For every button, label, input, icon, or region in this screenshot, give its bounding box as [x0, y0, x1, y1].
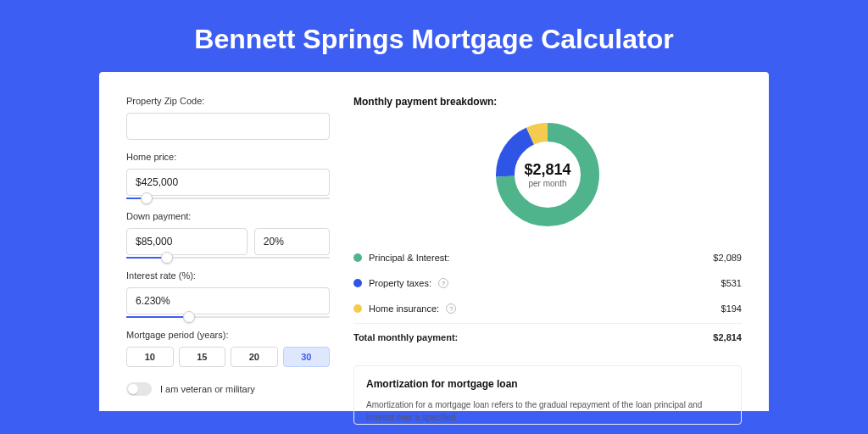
line-items: Principal & Interest: $2,089 Property ta… [353, 245, 742, 350]
veteran-toggle[interactable] [126, 382, 152, 396]
breakdown-panel: Monthly payment breakdown: $2,814 per mo… [353, 96, 742, 411]
period-btn-20[interactable]: 20 [231, 347, 278, 367]
zip-label: Property Zip Code: [126, 96, 330, 106]
zip-field-group: Property Zip Code: [126, 96, 330, 140]
down-payment-pct-input[interactable] [254, 228, 330, 255]
home-price-input[interactable] [126, 169, 330, 196]
dot-principal [353, 253, 362, 262]
line-item-principal: Principal & Interest: $2,089 [353, 245, 742, 270]
zip-input[interactable] [126, 113, 330, 140]
calculator-card: Property Zip Code: Home price: Down paym… [99, 72, 769, 411]
info-icon[interactable]: ? [438, 278, 448, 288]
dot-insurance [353, 304, 362, 313]
value-taxes: $531 [721, 278, 742, 288]
amortization-box: Amortization for mortgage loan Amortizat… [353, 365, 742, 425]
label-taxes: Property taxes: [369, 278, 431, 288]
interest-slider-fill [126, 316, 189, 318]
down-payment-label: Down payment: [126, 211, 330, 221]
dot-taxes [353, 279, 362, 287]
value-principal: $2,089 [713, 253, 742, 263]
down-payment-slider-thumb[interactable] [161, 252, 173, 264]
interest-slider-thumb[interactable] [183, 311, 195, 323]
period-buttons: 10 15 20 30 [126, 347, 330, 367]
home-price-label: Home price: [126, 152, 330, 162]
home-price-slider-thumb[interactable] [141, 192, 153, 204]
value-total: $2,814 [713, 332, 742, 342]
down-payment-amount-input[interactable] [126, 228, 248, 255]
home-price-slider[interactable] [126, 198, 330, 199]
value-insurance: $194 [721, 303, 742, 314]
interest-slider[interactable] [126, 316, 330, 318]
donut-center: $2,814 per month [492, 120, 603, 230]
period-btn-10[interactable]: 10 [126, 347, 174, 367]
info-icon[interactable]: ? [446, 303, 456, 314]
amort-heading: Amortization for mortgage loan [366, 378, 729, 390]
interest-input[interactable] [126, 287, 330, 314]
veteran-toggle-label: I am veteran or military [160, 384, 255, 394]
home-price-field-group: Home price: [126, 152, 330, 199]
down-payment-slider[interactable] [126, 257, 330, 259]
period-label: Mortgage period (years): [126, 330, 330, 340]
donut-chart: $2,814 per month [492, 120, 603, 230]
donut-sub: per month [528, 179, 566, 188]
inputs-panel: Property Zip Code: Home price: Down paym… [126, 96, 330, 411]
interest-label: Interest rate (%): [126, 270, 330, 281]
label-principal: Principal & Interest: [369, 253, 449, 263]
amort-body: Amortization for a mortgage loan refers … [366, 398, 729, 424]
interest-field-group: Interest rate (%): [126, 270, 330, 318]
down-payment-field-group: Down payment: [126, 211, 330, 259]
veteran-toggle-knob [128, 384, 138, 394]
breakdown-heading: Monthly payment breakdown: [353, 96, 742, 108]
donut-amount: $2,814 [524, 161, 570, 179]
page-title: Bennett Springs Mortgage Calculator [0, 0, 868, 72]
line-item-total: Total monthly payment: $2,814 [353, 323, 742, 350]
label-insurance: Home insurance: [369, 303, 439, 314]
line-item-taxes: Property taxes: ? $531 [353, 270, 742, 296]
veteran-toggle-row: I am veteran or military [126, 382, 330, 396]
donut-chart-wrap: $2,814 per month [353, 120, 742, 230]
line-item-insurance: Home insurance: ? $194 [353, 296, 742, 321]
period-btn-15[interactable]: 15 [179, 347, 226, 367]
period-field-group: Mortgage period (years): 10 15 20 30 [126, 330, 330, 367]
label-total: Total monthly payment: [353, 332, 458, 342]
period-btn-30[interactable]: 30 [283, 347, 331, 367]
